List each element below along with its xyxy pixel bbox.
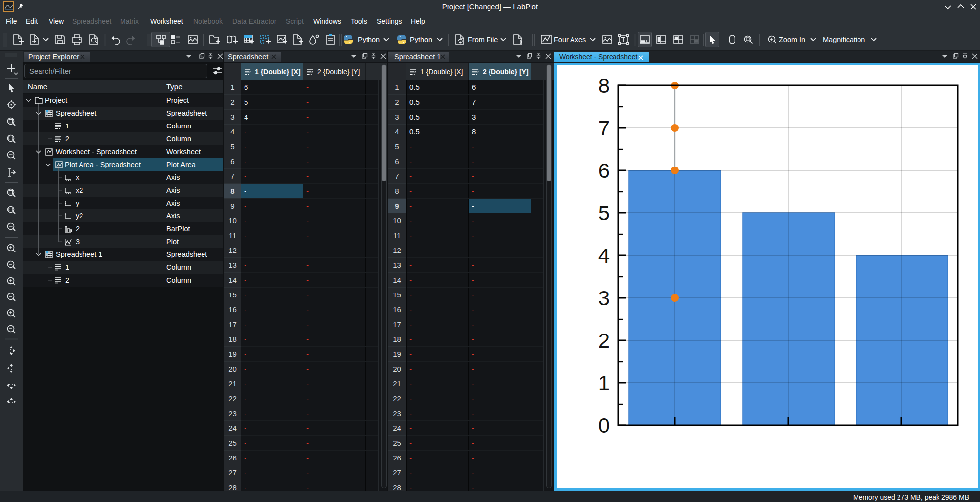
svg-text:6: 6 — [598, 159, 610, 182]
svg-text:7: 7 — [598, 117, 610, 140]
svg-text:2: 2 — [598, 329, 610, 352]
svg-text:1: 1 — [598, 372, 610, 395]
svg-text:0: 0 — [598, 414, 610, 437]
svg-text:3: 3 — [598, 287, 610, 310]
svg-text:8: 8 — [598, 74, 610, 97]
svg-text:5: 5 — [598, 202, 610, 225]
svg-text:4: 4 — [598, 244, 610, 267]
